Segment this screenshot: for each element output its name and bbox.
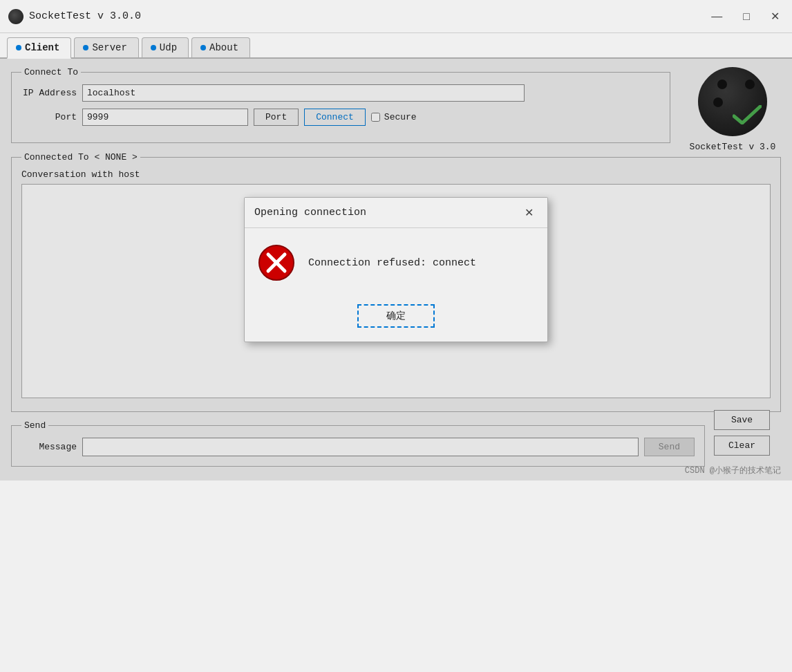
app-icon bbox=[8, 9, 23, 24]
titlebar: SocketTest v 3.0.0 — □ ✕ bbox=[0, 0, 792, 33]
tab-client-label: Client bbox=[25, 42, 59, 53]
modal-titlebar: Opening connection ✕ bbox=[245, 198, 547, 228]
tab-server[interactable]: Server bbox=[74, 37, 138, 57]
modal-close-button[interactable]: ✕ bbox=[520, 205, 538, 221]
tab-client[interactable]: Client bbox=[7, 37, 71, 59]
tab-dot-udp bbox=[151, 45, 156, 50]
tab-dot-about bbox=[200, 45, 206, 50]
maximize-button[interactable]: □ bbox=[739, 9, 754, 24]
tab-dot-server bbox=[83, 45, 88, 50]
modal-overlay: Opening connection ✕ Connection refused:… bbox=[0, 59, 792, 480]
main-content: Connect To IP Address Port Port Connect … bbox=[0, 59, 792, 480]
modal-footer: 确定 bbox=[245, 297, 547, 342]
titlebar-left: SocketTest v 3.0.0 bbox=[8, 9, 141, 24]
tab-server-label: Server bbox=[92, 42, 126, 53]
minimize-button[interactable]: — bbox=[707, 9, 726, 24]
tab-about-label: About bbox=[209, 42, 238, 53]
modal-message: Connection refused: connect bbox=[308, 257, 476, 269]
tab-about[interactable]: About bbox=[191, 37, 250, 57]
tabs-bar: Client Server Udp About bbox=[0, 33, 792, 59]
close-button[interactable]: ✕ bbox=[766, 8, 784, 24]
modal-dialog: Opening connection ✕ Connection refused:… bbox=[244, 197, 548, 342]
modal-title: Opening connection bbox=[254, 207, 366, 218]
tab-udp-label: Udp bbox=[160, 42, 177, 53]
titlebar-controls: — □ ✕ bbox=[707, 8, 784, 24]
modal-body: Connection refused: connect bbox=[245, 228, 547, 297]
error-icon bbox=[258, 245, 294, 281]
modal-ok-button[interactable]: 确定 bbox=[357, 304, 435, 328]
tab-udp[interactable]: Udp bbox=[142, 37, 189, 57]
tab-dot-client bbox=[16, 45, 21, 50]
app-title: SocketTest v 3.0.0 bbox=[29, 10, 141, 22]
